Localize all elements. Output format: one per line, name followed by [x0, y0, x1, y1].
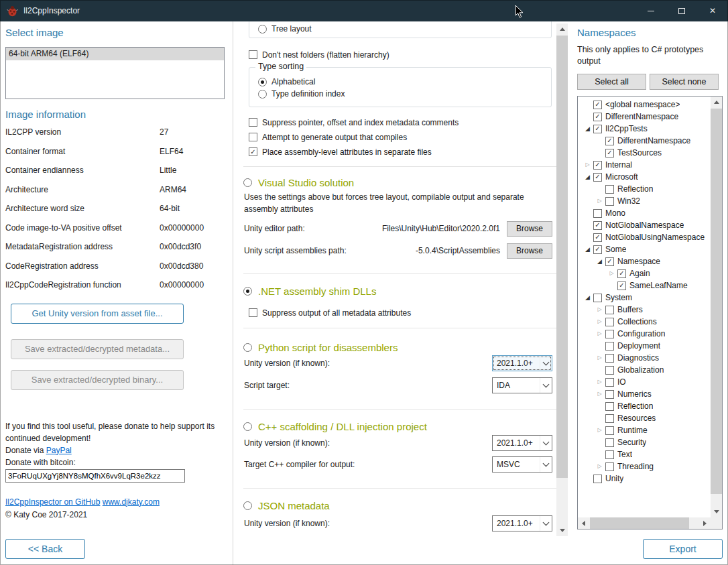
- image-list-item[interactable]: 64-bit ARM64 (ELF64): [6, 48, 224, 60]
- namespace-tree-item[interactable]: ▷Buffers: [578, 304, 711, 316]
- namespace-tree-item[interactable]: ▷Numerics: [578, 388, 711, 400]
- namespace-checkbox[interactable]: [605, 426, 614, 435]
- website-link[interactable]: www.djkaty.com: [103, 496, 160, 509]
- namespace-checkbox[interactable]: [605, 257, 614, 266]
- collapse-expander-icon[interactable]: ◢: [582, 247, 593, 253]
- namespace-checkbox[interactable]: [593, 125, 602, 133]
- select-all-button[interactable]: Select all: [577, 74, 646, 90]
- minimize-button[interactable]: [635, 0, 666, 21]
- tree-layout-radio[interactable]: [258, 25, 267, 34]
- namespace-tree-item[interactable]: Reflection: [578, 400, 711, 412]
- namespace-checkbox[interactable]: [605, 390, 614, 399]
- namespace-tree-item[interactable]: Globalization: [578, 364, 711, 376]
- scroll-right-icon[interactable]: [699, 517, 711, 529]
- expand-expander-icon[interactable]: ▷: [594, 379, 605, 385]
- namespace-checkbox[interactable]: [593, 101, 602, 109]
- expand-expander-icon[interactable]: ▷: [594, 307, 605, 312]
- expand-expander-icon[interactable]: ▷: [594, 198, 605, 204]
- python-unity-version-select[interactable]: 2021.1.0+: [492, 355, 552, 371]
- suppress-metadata-attributes-checkbox[interactable]: [249, 308, 257, 317]
- python-script-radio[interactable]: [243, 343, 252, 352]
- namespace-checkbox[interactable]: [617, 269, 626, 278]
- json-unity-version-select[interactable]: 2021.1.0+: [492, 515, 552, 531]
- namespace-tree-item[interactable]: ▷Internal: [578, 159, 711, 171]
- namespace-tree-item[interactable]: Unity: [578, 473, 711, 485]
- namespace-checkbox[interactable]: [593, 221, 602, 230]
- namespace-checkbox[interactable]: [605, 318, 614, 326]
- compilable-output-checkbox[interactable]: [249, 133, 257, 141]
- namespace-checkbox[interactable]: [605, 462, 614, 471]
- cpp-unity-version-select[interactable]: 2021.1.0+: [492, 435, 552, 451]
- collapse-expander-icon[interactable]: ◢: [582, 174, 593, 180]
- bitcoin-address-input[interactable]: [5, 469, 185, 483]
- namespace-tree-item[interactable]: Mono: [578, 207, 711, 219]
- namespace-checkbox[interactable]: [605, 414, 614, 423]
- select-none-button[interactable]: Select none: [650, 74, 719, 90]
- scrollbar-thumb[interactable]: [711, 109, 722, 494]
- namespace-tree-item[interactable]: TestSources: [578, 147, 711, 159]
- image-listbox[interactable]: 64-bit ARM64 (ELF64): [5, 47, 225, 99]
- namespace-tree-item[interactable]: DifferentNamespace: [578, 135, 711, 147]
- namespace-checkbox[interactable]: [593, 475, 602, 483]
- alphabetical-radio[interactable]: [258, 78, 267, 86]
- namespace-tree-item[interactable]: ◢Namespace: [578, 255, 711, 267]
- namespace-tree-item[interactable]: NotGlobalNamespace: [578, 219, 711, 231]
- scroll-down-icon[interactable]: [711, 506, 722, 517]
- back-button[interactable]: << Back: [5, 539, 85, 559]
- close-button[interactable]: ✕: [697, 0, 728, 21]
- export-button[interactable]: Export: [643, 539, 723, 559]
- scroll-down-icon[interactable]: [556, 525, 568, 536]
- collapse-expander-icon[interactable]: ◢: [582, 295, 593, 301]
- expand-expander-icon[interactable]: ▷: [594, 331, 605, 336]
- expand-expander-icon[interactable]: ▷: [606, 271, 617, 276]
- namespace-tree-item[interactable]: DifferentNamespace: [578, 111, 711, 123]
- scrollbar-thumb[interactable]: [590, 517, 689, 529]
- namespace-tree-item[interactable]: ▷IO: [578, 376, 711, 388]
- suppress-comments-checkbox[interactable]: [249, 118, 257, 127]
- collapse-expander-icon[interactable]: ◢: [582, 126, 593, 132]
- namespace-checkbox[interactable]: [605, 366, 614, 375]
- namespace-tree-item[interactable]: ▷Threading: [578, 460, 711, 473]
- collapse-expander-icon[interactable]: ◢: [594, 259, 605, 265]
- shim-dlls-radio[interactable]: [243, 287, 252, 296]
- tree-vertical-scrollbar[interactable]: [711, 97, 722, 517]
- namespace-checkbox[interactable]: [593, 294, 602, 302]
- expand-expander-icon[interactable]: ▷: [594, 428, 605, 433]
- expand-expander-icon[interactable]: ▷: [594, 319, 605, 324]
- browse-editor-path-button[interactable]: Browse: [507, 221, 552, 237]
- scroll-up-icon[interactable]: [556, 23, 568, 35]
- flatten-hierarchy-checkbox[interactable]: [249, 50, 257, 59]
- json-metadata-radio[interactable]: [243, 501, 252, 510]
- namespace-checkbox[interactable]: [605, 306, 614, 314]
- namespace-checkbox[interactable]: [593, 173, 602, 182]
- namespace-tree-item[interactable]: ◢Some: [578, 243, 711, 255]
- namespace-tree-item[interactable]: ▷Win32: [578, 195, 711, 207]
- save-metadata-button[interactable]: Save extracted/decrypted metadata...: [11, 339, 184, 359]
- separate-attributes-checkbox[interactable]: [249, 147, 257, 156]
- tree-horizontal-scrollbar[interactable]: [578, 517, 711, 529]
- namespace-checkbox[interactable]: [605, 149, 614, 158]
- cpp-scaffolding-radio[interactable]: [243, 422, 252, 431]
- namespace-checkbox[interactable]: [605, 402, 614, 411]
- maximize-button[interactable]: [666, 0, 697, 21]
- namespace-checkbox[interactable]: [605, 438, 614, 447]
- namespace-tree-item[interactable]: Resources: [578, 412, 711, 424]
- namespace-tree-item[interactable]: ◢Microsoft: [578, 171, 711, 183]
- namespace-tree-item[interactable]: SameLeafName: [578, 279, 711, 292]
- namespace-tree-item[interactable]: ▷Diagnostics: [578, 352, 711, 364]
- namespace-checkbox[interactable]: [593, 233, 602, 242]
- scroll-up-icon[interactable]: [711, 97, 722, 108]
- namespace-tree-item[interactable]: ◢System: [578, 292, 711, 304]
- namespace-tree-item[interactable]: Text: [578, 448, 711, 460]
- namespace-tree-item[interactable]: ◢Il2CppTests: [578, 123, 711, 135]
- namespace-checkbox[interactable]: [605, 450, 614, 459]
- github-link[interactable]: Il2CppInspector on GitHub: [5, 496, 100, 509]
- namespace-tree-item[interactable]: Deployment: [578, 340, 711, 352]
- namespace-tree-item[interactable]: ▷Again: [578, 267, 711, 279]
- scrollbar-thumb[interactable]: [556, 36, 568, 478]
- expand-expander-icon[interactable]: ▷: [594, 355, 605, 361]
- namespace-checkbox[interactable]: [605, 185, 614, 194]
- namespace-tree-item[interactable]: NotGlobalUsingNamespace: [578, 231, 711, 243]
- visual-studio-radio[interactable]: [243, 178, 252, 187]
- namespace-checkbox[interactable]: [605, 137, 614, 145]
